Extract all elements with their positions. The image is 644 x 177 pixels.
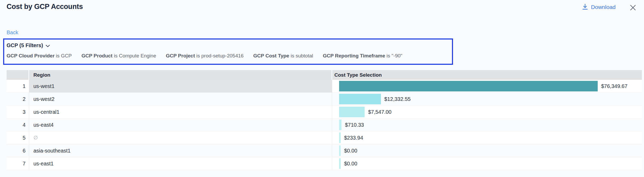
cost-type-selection-column-header[interactable]: Cost Type Selection [332, 70, 642, 80]
filter-item-4[interactable]: GCP Cost Type is subtotal [253, 53, 313, 59]
cost-bar [339, 158, 341, 169]
cost-cell[interactable]: $233.94 [332, 131, 642, 144]
filter-condition: is Compute Engine [113, 53, 156, 58]
row-number: 1 [7, 80, 29, 92]
filter-summary-label: GCP (5 Filters) [7, 42, 43, 48]
row-number: 4 [7, 119, 29, 131]
row-number: 7 [7, 157, 29, 170]
cost-cell[interactable]: $0.00 [332, 144, 642, 157]
filter-name: GCP Reporting Timeframe [323, 53, 385, 58]
cost-cell[interactable]: $76,349.67 [332, 80, 642, 92]
filter-condition: is subtotal [289, 53, 313, 58]
close-icon [630, 4, 636, 11]
table-header: Region Cost Type Selection [7, 70, 642, 80]
row-number: 3 [7, 106, 29, 118]
cost-cell[interactable]: $12,332.55 [332, 93, 642, 105]
cost-bar [339, 107, 365, 117]
cost-bar [339, 81, 598, 91]
cost-value: $76,349.67 [601, 83, 627, 89]
table-row[interactable]: 3us-central1$7,547.00 [7, 106, 642, 119]
download-label: Download [591, 4, 616, 10]
table-row[interactable]: 1us-west1$76,349.67 [7, 80, 642, 93]
back-link[interactable]: Back [7, 30, 18, 36]
region-cell[interactable]: asia-southeast1 [29, 144, 332, 157]
table-body: 1us-west1$76,349.672us-west2$12,332.553u… [7, 80, 642, 170]
region-cell[interactable]: us-west2 [29, 93, 332, 105]
chevron-down-icon [46, 45, 50, 47]
cost-cell[interactable]: $710.33 [332, 119, 642, 131]
region-cell[interactable]: ∅ [29, 131, 332, 144]
table-row[interactable]: 2us-west2$12,332.55 [7, 93, 642, 106]
filter-list: GCP Cloud Provider is GCPGCP Product is … [7, 53, 447, 59]
cost-table: Region Cost Type Selection 1us-west1$76,… [7, 70, 642, 170]
filter-condition: is "-90" [385, 53, 402, 58]
page-title: Cost by GCP Accounts [7, 3, 83, 11]
cost-value: $0.00 [344, 161, 357, 167]
filter-item-1[interactable]: GCP Cloud Provider is GCP [7, 53, 72, 59]
cost-value: $233.94 [344, 135, 363, 141]
table-row[interactable]: 5∅$233.94 [7, 131, 642, 144]
close-button[interactable] [629, 3, 637, 12]
cost-bar [339, 120, 341, 130]
filter-box: GCP (5 Filters) GCP Cloud Provider is GC… [3, 38, 453, 65]
filter-name: GCP Project [166, 53, 195, 58]
filter-name: GCP Cost Type [253, 53, 289, 58]
download-icon [582, 4, 588, 11]
filter-item-2[interactable]: GCP Product is Compute Engine [82, 53, 156, 59]
cost-bar [339, 132, 341, 143]
row-number: 6 [7, 144, 29, 157]
row-number: 2 [7, 93, 29, 105]
table-row[interactable]: 4us-east4$710.33 [7, 119, 642, 131]
table-row[interactable]: 7us-east1$0.00 [7, 157, 642, 170]
row-number: 5 [7, 131, 29, 144]
filter-name: GCP Cloud Provider [7, 53, 54, 58]
region-cell[interactable]: us-east4 [29, 119, 332, 131]
cost-bar [339, 94, 381, 104]
cost-value: $12,332.55 [384, 96, 411, 102]
filter-condition: is prod-setup-205416 [195, 53, 244, 58]
row-number-column-header [7, 70, 29, 80]
cost-bar [339, 145, 341, 156]
filter-summary-dropdown[interactable]: GCP (5 Filters) [7, 42, 50, 48]
filter-name: GCP Product [82, 53, 113, 58]
cost-value: $7,547.00 [368, 109, 391, 115]
cost-cell[interactable]: $7,547.00 [332, 106, 642, 118]
download-button[interactable]: Download [582, 4, 616, 11]
table-row[interactable]: 6asia-southeast1$0.00 [7, 144, 642, 157]
filter-condition: is GCP [54, 53, 72, 58]
filter-item-5[interactable]: GCP Reporting Timeframe is "-90" [323, 53, 402, 59]
filter-item-3[interactable]: GCP Project is prod-setup-205416 [166, 53, 243, 59]
region-cell[interactable]: us-west1 [29, 80, 332, 92]
region-column-header[interactable]: Region [29, 70, 332, 80]
cost-value: $0.00 [344, 148, 357, 154]
cost-cell[interactable]: $0.00 [332, 157, 642, 170]
region-cell[interactable]: us-central1 [29, 106, 332, 118]
region-cell[interactable]: us-east1 [29, 157, 332, 170]
cost-value: $710.33 [345, 122, 364, 128]
